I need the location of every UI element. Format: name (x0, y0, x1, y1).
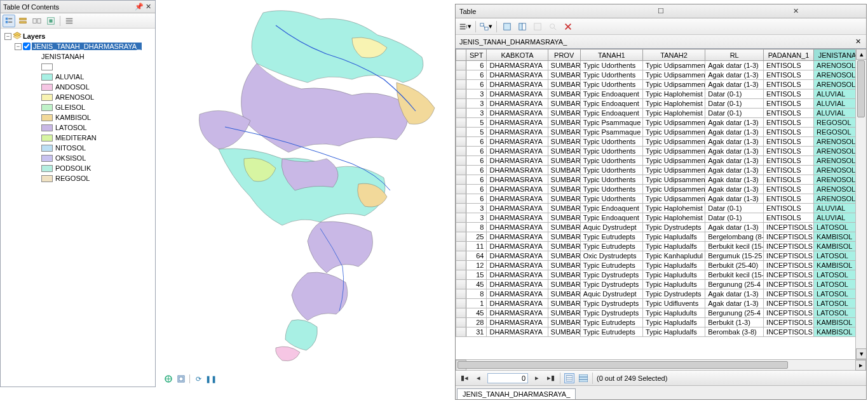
table-cell[interactable]: Typic Dystrudepts (643, 289, 705, 299)
table-cell[interactable]: 3 (466, 109, 487, 118)
table-cell[interactable]: Agak datar (1-3) (705, 80, 764, 89)
table-cell[interactable]: 3 (466, 99, 487, 109)
legend-item[interactable]: LATOSOL (4, 122, 155, 133)
table-row[interactable]: 11DHARMASRAYASUMBARTypic EutrudeptsTypic… (456, 242, 866, 251)
table-cell[interactable]: SUMBAR (548, 61, 580, 70)
table-row[interactable]: 6DHARMASRAYASUMBARTypic UdorthentsTypic … (456, 156, 866, 166)
table-cell[interactable]: Typic Udipsammen (643, 70, 705, 80)
table-cell[interactable]: Typic Eutrudepts (580, 232, 642, 242)
clear-selection-icon[interactable] (531, 20, 545, 33)
table-row[interactable]: 5DHARMASRAYASUMBARTypic PsammaqueTypic U… (456, 128, 866, 137)
table-cell[interactable]: 5 (466, 128, 487, 137)
table-row[interactable]: 6DHARMASRAYASUMBARTypic UdorthentsTypic … (456, 194, 866, 204)
table-cell[interactable]: Agak datar (1-3) (705, 223, 764, 232)
table-cell[interactable]: Agak datar (1-3) (705, 156, 764, 166)
table-cell[interactable]: INCEPTISOLS (764, 327, 814, 337)
table-cell[interactable]: DHARMASRAYA (487, 185, 548, 194)
table-cell[interactable]: SUMBAR (548, 70, 580, 80)
show-selected-icon[interactable] (578, 373, 588, 383)
table-row[interactable]: 8DHARMASRAYASUMBARAquic DystrudeptTypic … (456, 223, 866, 232)
table-row[interactable]: 3DHARMASRAYASUMBARTypic EndoaquentTypic … (456, 204, 866, 213)
table-row[interactable]: 3DHARMASRAYASUMBARTypic EndoaquentTypic … (456, 109, 866, 118)
close-icon[interactable]: ✕ (729, 7, 862, 16)
table-cell[interactable]: Typic Udorthents (580, 166, 642, 175)
column-header[interactable]: RL (705, 50, 764, 61)
record-number-input[interactable] (487, 373, 528, 383)
table-cell[interactable]: Bergelombang (8- (705, 232, 764, 242)
table-cell[interactable]: DHARMASRAYA (487, 61, 548, 70)
delete-selected-icon[interactable] (561, 20, 575, 33)
table-cell[interactable]: SUMBAR (548, 185, 580, 194)
related-tables-icon[interactable]: ▾ (479, 20, 493, 33)
legend-item[interactable]: OKSISOL (4, 153, 155, 163)
table-cell[interactable]: Typic Dystrudepts (580, 270, 642, 280)
table-cell[interactable]: 12 (466, 261, 487, 270)
options-icon[interactable] (63, 15, 76, 27)
list-by-selection-icon[interactable] (44, 15, 57, 27)
table-cell[interactable]: Agak datar (1-3) (705, 185, 764, 194)
table-cell[interactable]: Typic Hapludalfs (643, 242, 705, 251)
table-cell[interactable]: ENTISOLS (764, 213, 814, 223)
table-cell[interactable]: SUMBAR (548, 137, 580, 147)
table-cell[interactable]: Typic Kanhapludul (643, 251, 705, 261)
table-cell[interactable]: SUMBAR (548, 327, 580, 337)
table-cell[interactable]: SUMBAR (548, 270, 580, 280)
table-cell[interactable]: Typic Psammaque (580, 128, 642, 137)
table-cell[interactable]: Typic Endoaquent (580, 213, 642, 223)
table-cell[interactable]: DHARMASRAYA (487, 232, 548, 242)
legend-item[interactable]: NITOSOL (4, 143, 155, 153)
table-cell[interactable]: Typic Eutrudepts (580, 261, 642, 270)
table-cell[interactable]: Berbukit kecil (15- (705, 270, 764, 280)
table-cell[interactable]: INCEPTISOLS (764, 280, 814, 289)
table-cell[interactable]: Typic Udorthents (580, 147, 642, 156)
table-cell[interactable]: Berbukit (25-40) (705, 261, 764, 270)
table-cell[interactable]: SUMBAR (548, 280, 580, 289)
table-cell[interactable]: Agak datar (1-3) (705, 289, 764, 299)
table-cell[interactable]: DHARMASRAYA (487, 299, 548, 308)
table-cell[interactable]: Typic Haplohemist (643, 109, 705, 118)
next-record-icon[interactable]: ▸ (532, 373, 542, 383)
show-all-icon[interactable] (564, 373, 574, 383)
first-record-icon[interactable]: ▮◂ (459, 373, 470, 383)
table-cell[interactable]: SUMBAR (548, 166, 580, 175)
table-cell[interactable]: Typic Endoaquent (580, 204, 642, 213)
table-options-icon[interactable]: ▾ (458, 20, 472, 33)
table-cell[interactable]: INCEPTISOLS (764, 270, 814, 280)
table-cell[interactable]: Agak datar (1-3) (705, 118, 764, 128)
table-cell[interactable]: 6 (466, 175, 487, 185)
table-cell[interactable]: ENTISOLS (764, 147, 814, 156)
table-cell[interactable]: ENTISOLS (764, 80, 814, 89)
table-row[interactable]: 6DHARMASRAYASUMBARTypic UdorthentsTypic … (456, 147, 866, 156)
table-cell[interactable]: ENTISOLS (764, 118, 814, 128)
table-cell[interactable]: 11 (466, 242, 487, 251)
table-cell[interactable]: Typic Psammaque (580, 118, 642, 128)
legend-item[interactable]: ARENOSOL (4, 92, 155, 102)
table-row[interactable]: 64DHARMASRAYASUMBAROxic DystrudeptsTypic… (456, 251, 866, 261)
table-cell[interactable]: ENTISOLS (764, 194, 814, 204)
table-cell[interactable]: INCEPTISOLS (764, 289, 814, 299)
column-header[interactable]: SPT (466, 50, 487, 61)
table-cell[interactable]: ENTISOLS (764, 166, 814, 175)
table-cell[interactable]: DHARMASRAYA (487, 242, 548, 251)
scroll-thumb-h[interactable] (458, 361, 788, 369)
table-cell[interactable]: DHARMASRAYA (487, 213, 548, 223)
table-cell[interactable]: Typic Haplohemist (643, 89, 705, 99)
column-header[interactable]: TANAH1 (580, 50, 642, 61)
table-tab[interactable]: JENIS_TANAH_DHARMASRAYA_ (457, 388, 576, 399)
switch-selection-icon[interactable] (515, 20, 529, 33)
column-header[interactable]: TANAH2 (643, 50, 705, 61)
table-cell[interactable]: SUMBAR (548, 89, 580, 99)
table-title-bar[interactable]: Table ☐ ✕ (456, 4, 866, 18)
table-cell[interactable]: SUMBAR (548, 109, 580, 118)
table-row[interactable]: 12DHARMASRAYASUMBARTypic EutrudeptsTypic… (456, 261, 866, 270)
table-cell[interactable]: Typic Hapludalfs (643, 318, 705, 327)
table-cell[interactable]: Typic Haplohemist (643, 99, 705, 109)
list-by-visibility-icon[interactable] (31, 15, 43, 27)
column-header[interactable]: KABKOTA (487, 50, 548, 61)
legend-item[interactable]: ALUVIAL (4, 72, 155, 82)
table-cell[interactable]: Typic Hapludults (643, 308, 705, 318)
table-cell[interactable]: 6 (466, 166, 487, 175)
table-cell[interactable]: Agak datar (1-3) (705, 194, 764, 204)
table-cell[interactable]: Typic Endoaquent (580, 99, 642, 109)
scroll-thumb[interactable] (857, 60, 865, 117)
